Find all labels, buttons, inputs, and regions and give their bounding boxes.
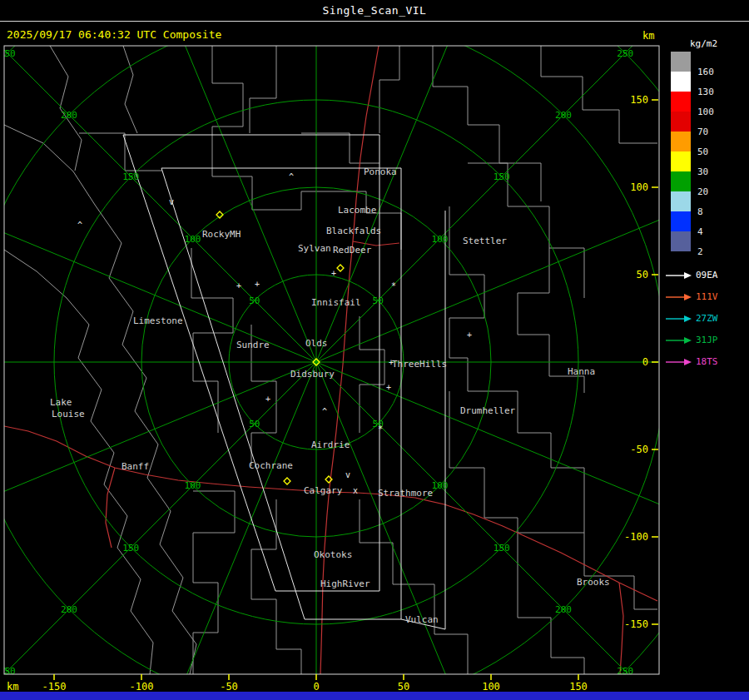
range-distance-label: 100 — [432, 234, 449, 245]
obs-symbol: ^ — [289, 172, 294, 181]
city-label: Innisfail — [311, 297, 361, 308]
city-label: Lacombe — [338, 205, 376, 216]
radar-arrow-icon — [664, 357, 692, 367]
radar-id-label: 09EA — [696, 270, 718, 280]
colorbar-swatch — [671, 92, 691, 112]
colorbar-swatch — [671, 151, 691, 171]
city-label: Louise — [52, 409, 85, 420]
county-boundary-line — [251, 499, 301, 674]
obs-symbol: * — [391, 281, 396, 290]
obs-symbol: + — [236, 281, 241, 290]
radar-arrow-icon — [664, 292, 692, 302]
range-distance-label: 200 — [555, 604, 572, 615]
city-label: Drumheller — [460, 405, 516, 416]
colorbar-swatch — [671, 112, 691, 132]
county-boundary-line — [252, 191, 401, 250]
colorbar-swatch — [671, 231, 691, 251]
range-distance-label: 200 — [555, 110, 572, 121]
bottom-axis-tick-label: 50 — [398, 681, 409, 693]
legend-row: 111V — [664, 286, 747, 308]
colorbar-row: 70 — [671, 112, 746, 132]
bottom-axis-tick-label: -50 — [220, 681, 238, 693]
county-boundary-line — [518, 574, 584, 674]
right-axis-tick-label: -50 — [630, 444, 648, 455]
colorbar-row: 50 — [671, 132, 746, 151]
bottom-axis-tick-label: -100 — [130, 681, 154, 693]
range-distance-label: 100 — [185, 234, 201, 245]
colorbar-row: 4 — [671, 211, 746, 231]
range-distance-label: 100 — [185, 480, 201, 491]
radar-map-display[interactable]: 5010015020025050100150200250501001502002… — [0, 0, 749, 700]
legend-row: 31JP — [664, 330, 747, 351]
range-distance-label: 50 — [373, 295, 384, 306]
city-label: Strathmore — [378, 488, 433, 499]
radar-id-label: 31JP — [696, 335, 718, 345]
city-label: RedDeer — [333, 245, 372, 256]
city-label: HighRiver — [320, 578, 370, 589]
radar-arrow-icon — [664, 314, 692, 324]
right-axis-tick-label: 100 — [630, 181, 648, 193]
county-boundary-line — [468, 163, 584, 298]
azimuth-spoke — [0, 21, 316, 362]
radar-arrow-icon — [664, 271, 692, 280]
colorbar-row: 160 — [671, 52, 746, 72]
colorbar-swatch — [671, 132, 691, 151]
colorbar-swatch — [671, 171, 691, 191]
highway-line — [106, 468, 115, 548]
county-boundary-line — [79, 133, 162, 171]
county-boundary-line — [4, 125, 196, 674]
bottom-axis-unit-label: km — [7, 681, 18, 693]
colorbar-row: 8 — [671, 191, 746, 211]
city-label: Okotoks — [314, 549, 352, 560]
city-label: Cochrane — [249, 460, 293, 471]
city-label: Sylvan — [298, 243, 331, 254]
arrow-head — [684, 315, 692, 322]
city-label: Banff — [122, 461, 149, 472]
range-distance-label: 50 — [249, 295, 260, 306]
county-boundary-line — [379, 46, 399, 133]
range-distance-label: 150 — [494, 543, 510, 554]
colorbar-threshold-label: 2 — [697, 246, 703, 257]
right-axis-tick-label: 0 — [642, 356, 648, 368]
obs-symbol: + — [331, 269, 336, 278]
vil-colorbar: 16013010070503020842 — [671, 52, 746, 251]
city-label: Blackfalds — [326, 226, 381, 236]
city-label: ThreeHills — [392, 359, 447, 370]
city-label: Lake — [50, 397, 72, 408]
range-distance-label: 50 — [249, 419, 260, 429]
county-boundary-line — [433, 46, 541, 201]
county-boundary-line — [250, 46, 276, 133]
highway-line — [619, 583, 623, 674]
range-distance-label: 200 — [61, 604, 77, 615]
bottom-axis-tick-label: 0 — [313, 681, 319, 693]
bottom-axis-tick-label: 150 — [569, 681, 588, 693]
bottom-axis-tick-label: 100 — [482, 681, 500, 693]
radar-id-label: 111V — [696, 291, 718, 302]
obs-symbol: ^ — [322, 407, 327, 416]
city-label: Limestone — [133, 315, 183, 326]
right-axis-tick-label: -150 — [624, 618, 648, 630]
radar-site-marker — [284, 478, 290, 484]
colorbar-row: 100 — [671, 92, 746, 112]
county-boundary-line — [301, 133, 379, 163]
obs-symbol: v — [345, 470, 350, 479]
colorbar-swatch — [671, 211, 691, 231]
colorbar-swatch — [671, 191, 691, 211]
right-axis-tick-label: 150 — [630, 94, 648, 106]
county-boundary-line — [123, 46, 137, 133]
city-label: Hanna — [568, 366, 595, 377]
range-distance-label: 100 — [432, 480, 449, 491]
city-label: Ponoka — [364, 166, 397, 177]
arrow-head — [684, 337, 692, 344]
colorbar-row: 130 — [671, 72, 746, 92]
arrow-head — [684, 272, 692, 279]
obs-symbol: * — [378, 424, 383, 434]
obs-symbol: x — [353, 486, 358, 495]
range-distance-label: 250 — [617, 666, 633, 677]
city-label: Calgary — [304, 485, 343, 496]
colorbar-row: 20 — [671, 171, 746, 191]
city-label: Airdrie — [311, 439, 350, 450]
colorbar-row: 2 — [671, 231, 746, 251]
city-label: RockyMH — [202, 229, 241, 240]
colorbar-swatch — [671, 72, 691, 92]
